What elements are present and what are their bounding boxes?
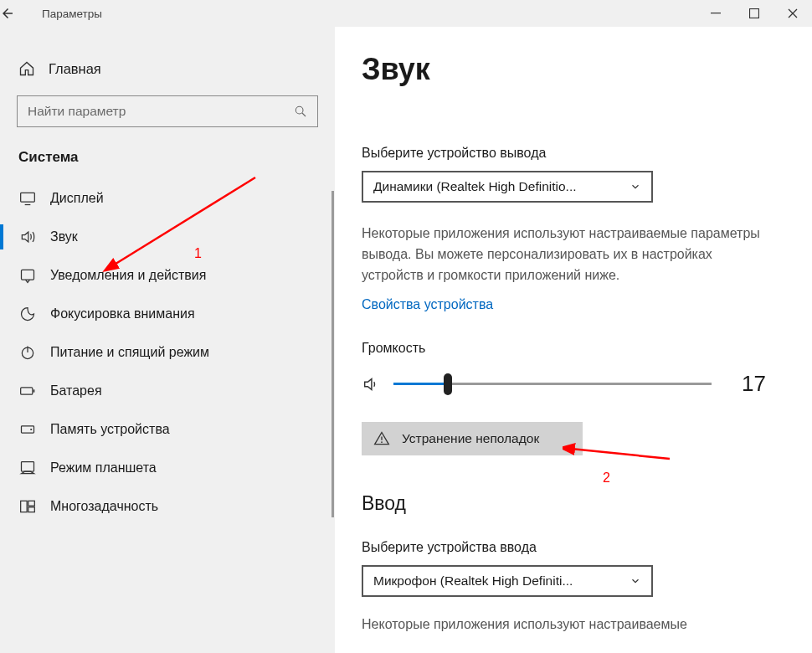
- warning-icon: [373, 430, 390, 447]
- home-icon: [18, 60, 35, 77]
- svg-rect-1: [750, 9, 759, 18]
- volume-value: 17: [742, 371, 766, 397]
- input-device-value: Микрофон (Realtek High Definiti...: [373, 573, 573, 589]
- output-description: Некоторые приложения используют настраив…: [362, 223, 772, 285]
- svg-rect-13: [22, 462, 34, 472]
- output-device-dropdown[interactable]: Динамики (Realtek High Definitio...: [362, 171, 653, 203]
- sidebar-item-display[interactable]: Дисплей: [0, 179, 335, 218]
- window-title: Параметры: [28, 8, 102, 20]
- sidebar: Главная Найти параметр Система Дисплей З…: [0, 27, 335, 653]
- tablet-icon: [18, 460, 37, 476]
- slider-thumb[interactable]: [444, 373, 452, 395]
- input-device-label: Выберите устройства ввода: [362, 540, 795, 555]
- svg-point-2: [296, 106, 303, 114]
- search-placeholder: Найти параметр: [28, 104, 126, 119]
- svg-rect-9: [21, 388, 33, 394]
- device-properties-link[interactable]: Свойства устройства: [362, 297, 493, 312]
- svg-rect-4: [21, 193, 35, 202]
- sidebar-home-label: Главная: [49, 61, 101, 77]
- svg-rect-15: [28, 501, 35, 506]
- search-icon: [294, 105, 307, 118]
- chevron-down-icon: [630, 575, 641, 587]
- sidebar-item-label: Звук: [50, 229, 78, 244]
- multitask-icon: [18, 498, 37, 515]
- svg-point-12: [30, 429, 32, 430]
- svg-rect-6: [22, 270, 34, 280]
- sound-icon: [18, 229, 37, 245]
- annotation-label-1: 1: [194, 246, 202, 261]
- sidebar-item-tablet[interactable]: Режим планшета: [0, 449, 335, 487]
- svg-point-19: [381, 441, 383, 443]
- sidebar-item-sound[interactable]: Звук: [0, 218, 335, 256]
- input-heading: Ввод: [362, 492, 795, 515]
- troubleshoot-button[interactable]: Устранение неполадок: [362, 422, 583, 455]
- minimize-button[interactable]: [696, 0, 735, 27]
- svg-line-3: [302, 113, 306, 116]
- annotation-label-2: 2: [603, 470, 610, 486]
- arrow-left-icon: [0, 6, 15, 21]
- sidebar-nav: Дисплей Звук Уведомления и действия Фоку…: [0, 179, 335, 526]
- volume-icon: [362, 375, 380, 393]
- slider-fill: [393, 383, 448, 385]
- sidebar-item-label: Фокусировка внимания: [50, 306, 195, 321]
- storage-icon: [18, 421, 37, 438]
- content-pane: Звук Выберите устройство вывода Динамики…: [335, 27, 812, 653]
- input-description: Некоторые приложения используют настраив…: [362, 617, 795, 632]
- sidebar-item-storage[interactable]: Память устройства: [0, 410, 335, 449]
- input-device-dropdown[interactable]: Микрофон (Realtek High Definiti...: [362, 565, 653, 597]
- output-device-value: Динамики (Realtek High Definitio...: [373, 179, 577, 194]
- close-button[interactable]: [773, 0, 812, 27]
- volume-label: Громкость: [362, 341, 795, 356]
- sidebar-scrollbar[interactable]: [331, 191, 334, 517]
- page-title: Звук: [362, 52, 795, 87]
- battery-icon: [18, 383, 37, 399]
- sidebar-item-battery[interactable]: Батарея: [0, 372, 335, 410]
- notifications-icon: [18, 267, 37, 284]
- sidebar-item-label: Уведомления и действия: [50, 268, 206, 283]
- chevron-down-icon: [630, 181, 641, 193]
- svg-rect-14: [21, 501, 28, 512]
- title-bar: Параметры: [0, 0, 812, 27]
- svg-rect-16: [28, 507, 35, 512]
- svg-line-20: [571, 449, 670, 459]
- svg-rect-0: [711, 13, 721, 13]
- sidebar-group-title: Система: [0, 149, 335, 179]
- sidebar-item-notifications[interactable]: Уведомления и действия: [0, 256, 335, 295]
- search-input[interactable]: Найти параметр: [17, 95, 318, 127]
- troubleshoot-label: Устранение неполадок: [402, 431, 539, 446]
- sidebar-item-label: Многозадачность: [50, 499, 158, 514]
- sidebar-item-focus[interactable]: Фокусировка внимания: [0, 295, 335, 333]
- volume-slider[interactable]: [393, 383, 712, 385]
- minimize-icon: [711, 8, 721, 18]
- sidebar-home[interactable]: Главная: [0, 60, 335, 95]
- sidebar-item-label: Дисплей: [50, 191, 104, 206]
- display-icon: [18, 190, 37, 207]
- power-icon: [18, 344, 37, 361]
- output-device-label: Выберите устройство вывода: [362, 146, 795, 161]
- sidebar-item-label: Питание и спящий режим: [50, 345, 209, 360]
- maximize-icon: [749, 8, 759, 18]
- focus-icon: [18, 306, 37, 322]
- sidebar-item-power[interactable]: Питание и спящий режим: [0, 333, 335, 372]
- back-button[interactable]: [0, 6, 28, 21]
- svg-rect-10: [33, 389, 35, 392]
- sidebar-item-label: Батарея: [50, 383, 102, 398]
- maximize-button[interactable]: [735, 0, 773, 27]
- close-icon: [788, 8, 798, 18]
- sidebar-item-label: Режим планшета: [50, 460, 157, 476]
- sidebar-item-label: Память устройства: [50, 422, 170, 437]
- sidebar-item-multitask[interactable]: Многозадачность: [0, 487, 335, 526]
